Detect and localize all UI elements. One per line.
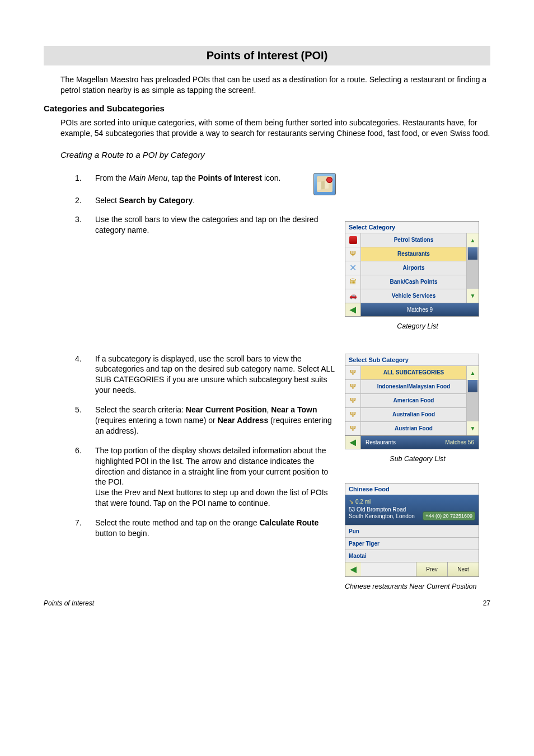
page-title: Points of Interest (POI) (44, 46, 490, 65)
step-7-text-c: button to begin. (95, 529, 149, 538)
fork-knife-icon: Ψ (345, 380, 361, 393)
category-row-airports[interactable]: ✕ Airports (345, 261, 466, 275)
step-1-text-e: icon. (262, 173, 280, 182)
prev-button[interactable]: Prev (416, 562, 447, 576)
step-1-text-a: From the (95, 173, 129, 182)
next-button[interactable]: Next (447, 562, 479, 576)
category-row-restaurants[interactable]: Ψ Restaurants (345, 247, 466, 261)
subcategory-footer-left: Restaurants (361, 436, 420, 449)
page-footer: Points of Interest 27 (44, 599, 490, 607)
subcategory-label-austrian: Austrian Food (361, 425, 466, 431)
step-2-text-a: Select (95, 196, 119, 205)
subcategory-label-all: ALL SUBCATEGORIES (361, 369, 466, 375)
category-row-petrol[interactable]: Petrol Stations (345, 233, 466, 247)
category-footer-matches: Matches 9 (361, 303, 479, 316)
step-6-para-a: The top portion of the display shows det… (95, 446, 328, 487)
results-screen-title: Chinese Food (345, 483, 479, 495)
petrol-icon (345, 233, 361, 247)
fork-knife-icon: Ψ (345, 394, 361, 407)
subcategory-footer-matches: Matches 56 (420, 436, 479, 449)
step-2-text-c: . (193, 196, 195, 205)
fork-knife-icon: Ψ (345, 422, 361, 435)
section-heading: Categories and Subcategories (44, 104, 490, 113)
step-4: If a subcategory is displayed, use the s… (75, 354, 336, 396)
step-3: Use the scroll bars to view the categori… (75, 214, 336, 236)
results-distance: 0.2 mi (349, 498, 475, 505)
step-5-near-current: Near Current Position (186, 405, 267, 414)
step-5-near-address: Near Address (218, 416, 269, 425)
step-1-text-c: , tap the (167, 173, 198, 182)
subcategory-label-australian: Australian Food (361, 411, 466, 417)
scroll-down-icon[interactable]: ▼ (467, 289, 479, 303)
category-row-vehicle[interactable]: 🚗 Vehicle Services (345, 289, 466, 303)
section-paragraph: POIs are sorted into unique categories, … (60, 118, 490, 139)
subcategory-row-american[interactable]: Ψ American Food (345, 393, 466, 407)
category-label-vehicle: Vehicle Services (361, 293, 466, 299)
back-button[interactable]: ◀ (345, 303, 361, 316)
category-caption: Category List (345, 322, 490, 330)
subcategory-list-figure: Select Sub Category Ψ ALL SUBCATEGORIES … (345, 354, 479, 449)
scroll-down-icon[interactable]: ▼ (467, 421, 479, 435)
car-icon: 🚗 (345, 289, 361, 303)
subsection-heading: Creating a Route to a POI by Category (60, 150, 490, 159)
results-item-pun[interactable]: Pun (345, 525, 479, 537)
step-2: Select Search by Category. (75, 195, 336, 206)
category-list-figure: Select Category Petrol Stations Ψ Restau… (345, 221, 479, 317)
subcategory-screen-title: Select Sub Category (345, 354, 479, 365)
footer-spacer (361, 562, 416, 576)
results-item-paper-tiger[interactable]: Paper Tiger (345, 537, 479, 550)
step-6: The top portion of the display shows det… (75, 445, 336, 509)
results-figure: Chinese Food 0.2 mi 53 Old Brompton Road… (345, 483, 479, 577)
scroll-up-icon[interactable]: ▲ (467, 366, 479, 380)
category-row-bank[interactable]: 🏛 Bank/Cash Points (345, 275, 466, 289)
category-scrollbar[interactable]: ▲ ▼ (466, 233, 479, 303)
subcategory-row-australian[interactable]: Ψ Australian Food (345, 407, 466, 421)
results-phone-button[interactable]: +44 (0) 20 72251609 (423, 511, 475, 520)
subcategory-row-all[interactable]: Ψ ALL SUBCATEGORIES (345, 365, 466, 379)
results-caption: Chinese restaurants Near Current Positio… (345, 583, 490, 590)
subcategory-label-american: American Food (361, 397, 466, 403)
step-5-text-a: Select the search criteria: (95, 405, 186, 414)
subcategory-scrollbar[interactable]: ▲ ▼ (466, 365, 479, 435)
fork-knife-icon: Ψ (345, 408, 361, 421)
back-button[interactable]: ◀ (345, 436, 361, 449)
back-button[interactable]: ◀ (345, 562, 361, 576)
results-item-maotai[interactable]: Maotai (345, 550, 479, 562)
subcategory-caption: Sub Category List (345, 455, 490, 463)
step-5: Select the search criteria: Near Current… (75, 405, 336, 436)
category-label-bank: Bank/Cash Points (361, 279, 466, 285)
step-7: Select the route method and tap on the o… (75, 518, 336, 539)
step-2-search-by-category: Search by Category (119, 196, 193, 205)
intro-paragraph: The Magellan Maestro has preloaded POIs … (60, 74, 490, 96)
bank-icon: 🏛 (345, 275, 361, 289)
step-7-text-a: Select the route method and tap on the o… (95, 518, 259, 527)
category-label-airports: Airports (361, 265, 466, 271)
category-screen-title: Select Category (345, 222, 479, 233)
fork-knife-icon: Ψ (345, 366, 361, 379)
scroll-up-icon[interactable]: ▲ (467, 233, 479, 247)
subcategory-label-indonesian: Indonesian/Malaysian Food (361, 383, 466, 389)
subcategory-row-austrian[interactable]: Ψ Austrian Food (345, 421, 466, 435)
step-5-near-town: Near a Town (271, 405, 317, 414)
step-1-poi-label: Points of Interest (198, 173, 262, 182)
results-detail-panel: 0.2 mi 53 Old Brompton Road South Kensin… (345, 495, 479, 525)
subcategory-row-indonesian[interactable]: Ψ Indonesian/Malaysian Food (345, 379, 466, 393)
step-1-main-menu: Main Menu (129, 173, 167, 182)
airplane-icon: ✕ (345, 261, 361, 275)
step-6-para-b: Use the Prev and Next buttons to step up… (95, 488, 328, 508)
fork-knife-icon: Ψ (345, 247, 361, 261)
category-label-restaurants: Restaurants (361, 251, 466, 257)
page-number: 27 (483, 599, 490, 607)
step-7-calculate-route: Calculate Route (259, 518, 318, 527)
step-1: From the Main Menu, tap the Points of In… (75, 173, 336, 184)
category-label-petrol: Petrol Stations (361, 237, 466, 243)
footer-section-name: Points of Interest (44, 599, 94, 607)
step-5-text-e: (requires entering a town name) or (95, 416, 218, 425)
